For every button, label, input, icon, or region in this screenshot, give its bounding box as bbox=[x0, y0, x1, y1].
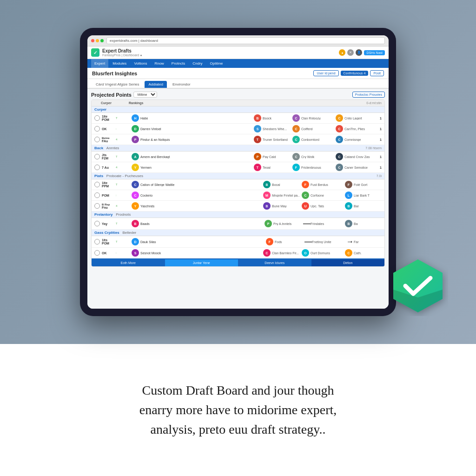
player-name: Amem and Berckagt bbox=[140, 155, 252, 159]
opp-name: Clan Rnloozy bbox=[301, 117, 334, 120]
avatar: C bbox=[132, 192, 139, 199]
bottom-text: Custom Draft Board and jour though enarr… bbox=[139, 381, 337, 439]
proj-avatar: F bbox=[345, 181, 352, 188]
nav-rnow[interactable]: Rnow bbox=[151, 59, 167, 68]
proj-avatar: C bbox=[336, 114, 343, 122]
top-section: expertdrafts.com | dashboard ✓ Expert Dr… bbox=[0, 0, 476, 344]
row-radio[interactable] bbox=[94, 165, 100, 170]
posit-btn[interactable]: Posit bbox=[370, 70, 384, 76]
proj-name: Folé Gort bbox=[354, 183, 382, 186]
close-dot bbox=[91, 39, 94, 42]
table-header-row: Curper Rankings 0-d:mt:stin bbox=[92, 100, 384, 106]
opp-avatar: C bbox=[292, 153, 300, 160]
nav-protncts[interactable]: Protncts bbox=[168, 59, 188, 68]
player-name: Yermen bbox=[140, 166, 252, 169]
opp-name: Corfoone bbox=[311, 194, 343, 197]
table-row[interactable]: Jts F2M T A Amem and Berckagt P Pay Cald… bbox=[92, 152, 384, 162]
nav-expert[interactable]: Expert bbox=[91, 59, 108, 68]
row-radio[interactable] bbox=[94, 154, 100, 159]
dashboard-btn[interactable]: DSHs Nast bbox=[364, 50, 385, 55]
row-radio[interactable] bbox=[94, 182, 100, 187]
preview-button[interactable]: Protocloc Prouvies bbox=[352, 92, 385, 98]
app-header: ✓ Expert Drafts FantasyPros | Dashboard … bbox=[87, 46, 389, 59]
row-radio[interactable] bbox=[94, 126, 100, 132]
row-radio[interactable] bbox=[94, 137, 100, 142]
browser-bar: expertdrafts.com | dashboard bbox=[87, 35, 389, 46]
row-radio[interactable] bbox=[94, 250, 100, 256]
proj-arrow: → bbox=[346, 238, 354, 246]
category-piats-count: 7.0i bbox=[377, 174, 382, 178]
table-row[interactable]: B Rsp Fnu 4 Y Yaschnds B Bune May U Upc.… bbox=[92, 201, 384, 212]
opp-avatar: O bbox=[302, 249, 309, 257]
opp-name: Upc. Tats bbox=[311, 205, 343, 208]
table-row[interactable]: OK : D Darren Vintoel S Sheobers Whe... … bbox=[92, 124, 384, 134]
team-name: Pay Cald bbox=[263, 155, 291, 159]
tab-card-vngest[interactable]: Cárd Vngest Afgize Series bbox=[92, 81, 143, 88]
tab-environdor[interactable]: Environdor bbox=[169, 81, 194, 88]
profile-icon[interactable]: 👤 bbox=[356, 49, 362, 56]
page-actions: User Id pend Confrntunous 4 Posit bbox=[313, 70, 384, 76]
category-piats-name: Piats Proboate - Pucheuses bbox=[94, 174, 143, 178]
opp-dash: — bbox=[304, 238, 312, 246]
app-logo-icon: ✓ bbox=[91, 48, 99, 57]
row-position: 1lts bbox=[102, 238, 115, 242]
table-row[interactable]: 7 Au 4 Y Yermen T Teoal F Frictenbruous … bbox=[92, 162, 384, 173]
avatar: A bbox=[132, 153, 139, 160]
col-dist-header: 0-d:mt:stin bbox=[358, 101, 382, 105]
browser-dots bbox=[91, 39, 104, 42]
row-position2: Fnu bbox=[102, 206, 115, 209]
content-area[interactable]: Projected Points Miltme Protocloc Prouvi… bbox=[87, 89, 389, 309]
bottom-line2: enarry more have to midorime expert, bbox=[139, 403, 337, 417]
row-position2: F2M bbox=[102, 157, 115, 160]
table-row[interactable]: Yay T B Baads P Pry A.tnntels — Frindate… bbox=[92, 218, 384, 230]
team-name: Mngnte Frnrtel pa... bbox=[272, 194, 300, 197]
category-back-count: 7.08 htsem bbox=[365, 146, 382, 150]
tablet-frame: expertdrafts.com | dashboard ✓ Expert Dr… bbox=[80, 28, 396, 316]
footer-col2: Juntar Yene bbox=[165, 259, 238, 266]
player-name: Pindur & an Noliquis bbox=[140, 138, 252, 141]
row-score: 1 bbox=[372, 166, 382, 169]
row-radio[interactable] bbox=[94, 203, 100, 209]
team-name: Bune May bbox=[272, 205, 300, 208]
notification-icon[interactable]: ● bbox=[339, 49, 345, 56]
avatar: H bbox=[132, 114, 139, 122]
opp-avatar: C bbox=[292, 114, 300, 122]
row-position: OK bbox=[102, 127, 115, 131]
row-score: 1 bbox=[372, 155, 382, 159]
nav-modules[interactable]: Modules bbox=[109, 59, 130, 68]
tablet-screen: expertdrafts.com | dashboard ✓ Expert Dr… bbox=[87, 35, 389, 309]
category-curper: Curper bbox=[92, 106, 384, 113]
row-position: 1lte bbox=[102, 181, 115, 185]
opp-avatar: C bbox=[292, 125, 300, 132]
nav-optitme[interactable]: Optitme bbox=[207, 59, 226, 68]
row-position: Yay bbox=[102, 222, 115, 225]
table-row[interactable]: 1lte POM T H Hatie B Bsock C Clan Rnlooz… bbox=[92, 113, 384, 124]
confrontations-btn[interactable]: Confrntunous 4 bbox=[341, 71, 369, 76]
table-row[interactable]: 1lte PPM T C Cation of Sllerge Wattle B … bbox=[92, 179, 384, 190]
table-row[interactable]: Betne FAu 4 P Pindur & an Noliquis T Tru… bbox=[92, 134, 384, 145]
app-subtitle: FantasyPros | Dashboard ● bbox=[102, 53, 142, 57]
row-status: T bbox=[116, 222, 125, 225]
category-prelantory: Prelantory Prodnots bbox=[92, 212, 384, 218]
maximize-dot bbox=[100, 39, 104, 42]
time-select[interactable]: Miltme bbox=[133, 92, 157, 98]
page-header: Blusrfert Insightes User Id pend Confrnt… bbox=[87, 68, 389, 79]
opp-avatar: F bbox=[302, 181, 309, 188]
avatar: D bbox=[132, 125, 139, 132]
row-radio[interactable] bbox=[94, 115, 100, 121]
nav-cndry[interactable]: Cndry bbox=[189, 59, 205, 68]
app-title: Expert Drafts bbox=[102, 48, 142, 53]
nav-voltions[interactable]: Voltions bbox=[131, 59, 150, 68]
tab-addiated[interactable]: Addiated bbox=[145, 81, 167, 88]
table-row[interactable]: POM : C Coolerio M Mngnte Frnrtel pa... … bbox=[92, 190, 384, 201]
table-row[interactable]: 1lts POM T D Dauk Silas F Fods — Fneting… bbox=[92, 236, 384, 248]
bottom-section: Custom Draft Board and jour though enarr… bbox=[0, 344, 476, 476]
row-radio[interactable] bbox=[94, 221, 100, 226]
table-row[interactable]: OK : S Sesnot Moock C Clan Barmleo Fir..… bbox=[92, 248, 384, 258]
row-radio[interactable] bbox=[94, 239, 100, 245]
url-bar[interactable]: expertdrafts.com | dashboard bbox=[106, 37, 385, 44]
row-status: : bbox=[116, 194, 125, 197]
close-icon[interactable]: ✕ bbox=[347, 49, 354, 56]
row-radio[interactable] bbox=[94, 192, 100, 198]
user-pending-btn[interactable]: User Id pend bbox=[313, 70, 338, 76]
